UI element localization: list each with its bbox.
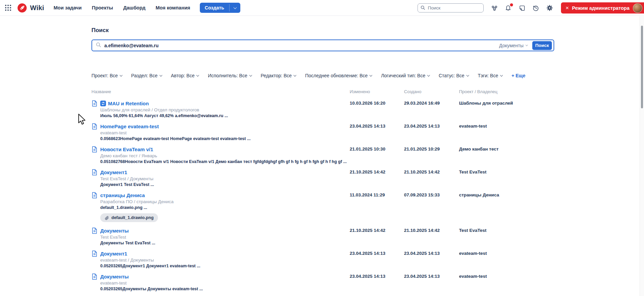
notes-page-icon[interactable]: [518, 4, 526, 12]
document-icon: [92, 123, 98, 130]
result-snippet: Документы Test EvaTest ...: [100, 240, 348, 246]
attachment-chip[interactable]: default_1.drawio.png: [100, 213, 158, 222]
search-icon: [96, 42, 101, 49]
filter-editor[interactable]: Редактор: Все: [261, 73, 296, 78]
result-breadcrumb: evateam-test: [100, 280, 348, 286]
filter-last-update[interactable]: Последнее обновление: Все: [305, 73, 372, 78]
search-scope-value: Документы: [499, 43, 524, 48]
result-breadcrumb: evateam-test: [100, 130, 348, 136]
avatar[interactable]: [633, 3, 642, 13]
column-header-modified: Изменено: [350, 89, 370, 94]
chevron-down-icon: [160, 74, 162, 77]
close-icon[interactable]: ×: [566, 5, 569, 11]
document-icon: [92, 192, 98, 198]
table-row: страницы Дениса Разработка ПО / страницы…: [0, 192, 644, 223]
result-breadcrumb: Test EvaTest / Документы: [100, 176, 348, 182]
modified-date: 11.03.2024 11:29: [350, 192, 385, 197]
document-icon: [92, 146, 98, 153]
result-title-link[interactable]: Новости EvaTeam v/1: [100, 146, 153, 152]
filter-status[interactable]: Статус: Все: [439, 73, 469, 78]
rocket-logo-icon[interactable]: [18, 3, 27, 12]
notifications-bell-icon[interactable]: [504, 4, 512, 12]
result-title-link[interactable]: Документы: [100, 274, 129, 279]
nav-item-projects[interactable]: Проекты: [92, 5, 113, 10]
chevron-down-icon: [233, 6, 237, 9]
filters-row: Проект: Все Раздел: Все Автор: Все Испол…: [91, 73, 525, 78]
create-button[interactable]: Создать: [200, 3, 241, 13]
document-icon: [92, 169, 98, 176]
filter-assignee[interactable]: Исполнитель: Все: [208, 73, 251, 78]
modified-date: 23.04.2025 14:13: [350, 274, 385, 279]
app-title: Wiki: [30, 4, 44, 12]
created-date: 23.04.2025 14:13: [404, 274, 440, 279]
chevron-down-icon: [526, 44, 528, 46]
result-title-link[interactable]: MAU и Retention: [108, 101, 149, 106]
navbar-left: Wiki Мои задачи Проекты Дашборд Моя комп…: [0, 3, 240, 13]
share-network-icon[interactable]: [490, 4, 499, 12]
modified-date: 21.01.2025 10:30: [350, 146, 385, 152]
history-icon[interactable]: [532, 4, 540, 12]
project-owner: evateam-test: [459, 124, 487, 129]
result-breadcrumb: Демо канбан тест / Январь: [100, 153, 348, 159]
paperclip-icon: [105, 216, 109, 220]
created-date: 21.10.2025 14:42: [404, 228, 440, 233]
apps-grid-icon[interactable]: [4, 4, 12, 12]
chevron-down-icon: [427, 74, 430, 77]
table-row: Документ1 evateam-test / Документы 0.052…: [0, 250, 644, 269]
result-title-link[interactable]: страницы Дениса: [100, 192, 145, 198]
document-icon: [92, 100, 98, 107]
project-owner: evateam-test: [459, 251, 487, 256]
result-snippet: Документ1 Test EvaTest ...: [100, 182, 348, 187]
navbar-search: [418, 3, 484, 12]
result-breadcrumb: Test EvaTest: [100, 235, 348, 240]
result-title-link[interactable]: Документы: [100, 228, 129, 234]
table-row: HomePage evateam-test evateam-test 0.056…: [0, 123, 644, 141]
table-row: Документы evateam-test 0.05203265Докумен…: [0, 273, 644, 292]
modified-date: 21.10.2025 14:42: [350, 228, 385, 233]
template-badge-icon: [100, 101, 106, 106]
document-icon: [92, 250, 98, 257]
created-date: 07.09.2023 15:33: [404, 192, 440, 197]
nav-item-my-company[interactable]: Моя компания: [156, 5, 190, 10]
navbar-links: Мои задачи Проекты Дашборд Моя компания: [54, 5, 190, 10]
project-owner: Test EvaTest: [459, 169, 486, 174]
result-title-link[interactable]: Документ1: [100, 169, 127, 175]
nav-item-my-tasks[interactable]: Мои задачи: [54, 5, 82, 10]
modified-date: 10.03.2026 16:20: [350, 101, 385, 106]
project-owner: Демо канбан тест: [459, 146, 499, 152]
document-icon: [92, 227, 98, 234]
navbar-search-input[interactable]: [418, 3, 484, 12]
create-button-label: Создать: [200, 3, 230, 13]
results-list: MAU и Retention Шаблоны для отраслей / О…: [0, 100, 644, 296]
chevron-down-icon: [294, 74, 296, 77]
filter-tags[interactable]: Тэги: Все: [478, 73, 502, 78]
project-owner: evateam-test: [459, 274, 487, 279]
filter-project[interactable]: Проект: Все: [91, 73, 122, 78]
scrollbar-thumb[interactable]: [641, 26, 643, 108]
nav-item-dashboard[interactable]: Дашборд: [123, 5, 145, 10]
result-snippet: default_1.drawio.png ...: [100, 205, 348, 210]
created-date: 21.01.2025 10:29: [404, 146, 440, 152]
result-title-link[interactable]: HomePage evateam-test: [100, 124, 159, 129]
search-scope-dropdown[interactable]: Документы: [499, 43, 528, 48]
admin-mode-button[interactable]: × Режим администратора: [561, 2, 644, 14]
scrollbar-track[interactable]: [640, 16, 644, 296]
result-snippet: Июль 56,09% 61,64% Август 49,62% a.efime…: [100, 113, 348, 118]
chevron-down-icon: [500, 74, 503, 77]
main-search-input[interactable]: [104, 43, 499, 48]
create-dropdown-toggle[interactable]: [230, 3, 240, 13]
chevron-down-icon: [466, 74, 469, 77]
column-header-project-owner: Проект / Владелец: [459, 89, 498, 94]
filter-author[interactable]: Автор: Все: [171, 73, 199, 78]
filter-section[interactable]: Раздел: Все: [131, 73, 162, 78]
notification-dot: [510, 3, 513, 6]
modified-date: 21.10.2025 14:42: [350, 169, 385, 174]
settings-gear-icon[interactable]: [546, 4, 554, 12]
search-submit-button[interactable]: Поиск: [532, 41, 552, 50]
result-breadcrumb: Разработка ПО / страницы Дениса: [100, 199, 348, 205]
table-row: Документы Test EvaTest Документы Test Ev…: [0, 227, 644, 246]
chevron-down-icon: [196, 74, 199, 77]
result-title-link[interactable]: Документ1: [100, 251, 127, 257]
filter-logical-type[interactable]: Логический тип: Все: [381, 73, 430, 78]
more-filters-button[interactable]: + Еще: [511, 73, 525, 78]
